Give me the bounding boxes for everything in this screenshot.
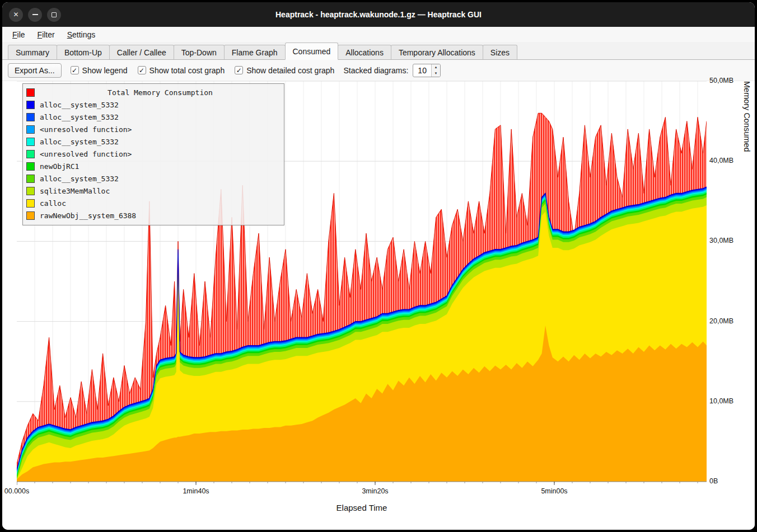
spin-up-button[interactable]: ▲	[432, 64, 440, 70]
legend-label: Total Memory Consumption	[40, 88, 281, 97]
tab-top-down[interactable]: Top-Down	[174, 45, 225, 59]
legend-row: sqlite3MemMalloc	[26, 185, 281, 197]
titlebar[interactable]: ✕ Heaptrack - heaptrack.wakunode.1.gz — …	[2, 2, 755, 27]
stacked-diagrams-label: Stacked diagrams:	[343, 66, 408, 75]
spinbox-arrows: ▲ ▼	[431, 64, 440, 77]
tab-summary[interactable]: Summary	[8, 45, 57, 59]
menu-item-settings[interactable]: Settings	[62, 29, 101, 41]
stacked-diagrams-control: Stacked diagrams: 10 ▲ ▼	[343, 64, 441, 77]
legend-label: newObjRC1	[40, 162, 79, 171]
checkbox-label: Show detailed cost graph	[246, 66, 334, 75]
tab-caller-callee[interactable]: Caller / Callee	[109, 45, 174, 59]
x-axis-title: Elapsed Time	[17, 503, 707, 512]
close-button[interactable]: ✕	[9, 8, 23, 22]
legend-swatch	[26, 187, 35, 195]
legend-row: alloc__system_5332	[26, 135, 281, 148]
x-tick-label: 1min40s	[183, 487, 209, 495]
legend-swatch	[26, 88, 35, 97]
checkbox-show-detailed-cost-graph[interactable]: ✓Show detailed cost graph	[235, 66, 334, 75]
legend-swatch	[26, 101, 35, 109]
y-tick-label: 10,0MB	[709, 397, 733, 405]
legend-label: <unresolved function>	[40, 125, 132, 134]
legend-swatch	[26, 175, 35, 183]
maximize-button[interactable]	[47, 8, 61, 22]
legend-label: alloc__system_5332	[40, 138, 119, 146]
legend-swatch	[26, 113, 35, 121]
chart-region: Total Memory Consumptionalloc__system_53…	[2, 81, 755, 530]
x-tick-label: 3min20s	[362, 487, 388, 495]
checkbox-icon: ✓	[138, 66, 146, 74]
y-tick-label: 50,0MB	[709, 77, 733, 84]
legend-label: alloc__system_5332	[40, 175, 119, 183]
legend-swatch	[26, 211, 35, 220]
menu-item-file[interactable]: File	[7, 29, 31, 41]
legend-row: alloc__system_5332	[26, 98, 281, 111]
window-title: Heaptrack - heaptrack.wakunode.1.gz — He…	[2, 10, 755, 19]
tab-bottom-up[interactable]: Bottom-Up	[57, 45, 110, 59]
legend-title-row: Total Memory Consumption	[26, 86, 281, 98]
plot-area[interactable]: Total Memory Consumptionalloc__system_53…	[17, 81, 707, 486]
desktop-background: ✕ Heaptrack - heaptrack.wakunode.1.gz — …	[0, 0, 757, 532]
legend-row: rawNewObj__system_6388	[26, 209, 281, 222]
legend-row: alloc__system_5332	[26, 111, 281, 123]
y-tick-label: 30,0MB	[709, 237, 733, 244]
tab-flame-graph[interactable]: Flame Graph	[224, 45, 286, 59]
legend-label: sqlite3MemMalloc	[40, 187, 110, 195]
checkbox-icon: ✓	[71, 66, 79, 74]
legend-swatch	[26, 199, 35, 208]
window-controls: ✕	[9, 8, 61, 22]
menu-item-filter[interactable]: Filter	[32, 29, 60, 41]
legend-label: <unresolved function>	[40, 150, 132, 158]
spinbox-value: 10	[413, 64, 431, 77]
checkbox-icon: ✓	[235, 66, 243, 74]
legend-swatch	[26, 125, 35, 134]
menubar: FileFilterSettings	[2, 27, 755, 42]
tab-consumed[interactable]: Consumed	[285, 43, 339, 60]
minimize-icon	[32, 14, 38, 15]
toolbar: Export As... ✓Show legend✓Show total cos…	[2, 60, 755, 81]
x-axis-labels: 00.000s1min40s3min20s5min00s	[17, 487, 707, 497]
legend-row: alloc__system_5332	[26, 172, 281, 185]
tab-allocations[interactable]: Allocations	[338, 45, 391, 59]
checkbox-group: ✓Show legend✓Show total cost graph✓Show …	[71, 66, 335, 75]
tab-sizes[interactable]: Sizes	[483, 45, 517, 59]
x-tick-label: 5min00s	[541, 487, 567, 495]
legend-label: rawNewObj__system_6388	[40, 211, 136, 220]
checkbox-show-total-cost-graph[interactable]: ✓Show total cost graph	[138, 66, 225, 75]
y-tick-label: 40,0MB	[709, 157, 733, 164]
close-icon: ✕	[13, 11, 18, 18]
spin-down-button[interactable]: ▼	[432, 70, 440, 77]
x-tick-label: 00.000s	[4, 487, 29, 495]
heaptrack-window: ✕ Heaptrack - heaptrack.wakunode.1.gz — …	[2, 2, 755, 530]
legend-swatch	[26, 138, 35, 146]
y-axis-title: Memory Consumed	[742, 81, 751, 495]
checkbox-label: Show total cost graph	[149, 66, 225, 75]
maximize-icon	[52, 12, 57, 17]
legend-row: calloc	[26, 197, 281, 209]
y-tick-label: 0B	[709, 477, 718, 485]
legend-swatch	[26, 150, 35, 158]
y-tick-label: 20,0MB	[709, 317, 733, 325]
legend-label: alloc__system_5332	[40, 113, 119, 121]
legend-row: <unresolved function>	[26, 148, 281, 160]
export-as-button[interactable]: Export As...	[8, 63, 62, 78]
legend-swatch	[26, 162, 35, 171]
minimize-button[interactable]	[28, 8, 42, 22]
legend-row: <unresolved function>	[26, 123, 281, 135]
checkbox-show-legend[interactable]: ✓Show legend	[71, 66, 128, 75]
chart-legend: Total Memory Consumptionalloc__system_53…	[22, 83, 284, 225]
stacked-diagrams-spinbox[interactable]: 10 ▲ ▼	[413, 64, 441, 77]
checkbox-label: Show legend	[82, 66, 128, 75]
legend-label: calloc	[40, 199, 66, 208]
y-axis-labels: 0B10,0MB20,0MB30,0MB40,0MB50,0MB	[709, 81, 741, 486]
legend-label: alloc__system_5332	[40, 101, 119, 109]
legend-row: newObjRC1	[26, 160, 281, 172]
tab-bar: SummaryBottom-UpCaller / CalleeTop-DownF…	[2, 42, 755, 60]
tab-temporary-allocations[interactable]: Temporary Allocations	[391, 45, 483, 59]
